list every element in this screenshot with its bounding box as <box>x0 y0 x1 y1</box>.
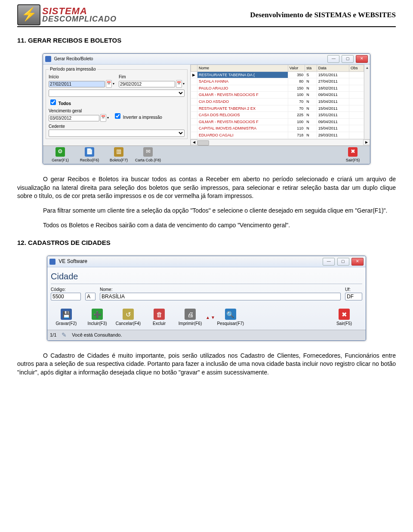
periodo-legend: Período para impressão <box>49 66 97 72</box>
boleto-button[interactable]: ▥Boleto(F7) <box>104 147 133 163</box>
sair-button[interactable]: ✖Sair(F5) <box>338 147 367 163</box>
todos-checkbox[interactable] <box>50 99 56 105</box>
inicio-label: Início <box>49 74 114 80</box>
window-title: Gerar Recibo/Boleto <box>54 56 93 61</box>
status-message: Você está Consultando. <box>72 332 122 338</box>
fim-dropdown-icon[interactable]: ▾ <box>183 81 185 86</box>
app-icon <box>49 259 55 265</box>
cancel-icon: ↺ <box>123 309 134 320</box>
toolbar: ⚙Gerar(F1) 📄Recibo(F6) ▥Boleto(F7) ✉Cart… <box>43 145 370 164</box>
cedente-select[interactable] <box>49 130 185 137</box>
nome-label: Nome: <box>100 287 341 293</box>
paragraph-3: Todos os Boletos e Recibos sairão com a … <box>17 221 396 230</box>
periodo-group: Período para impressão Início 📅 ▾ Fim <box>46 66 188 139</box>
minimize-button[interactable]: — <box>327 55 339 63</box>
close-icon: ✖ <box>348 147 358 157</box>
venc-calendar-icon[interactable]: 📅 <box>100 114 106 122</box>
excluir-button[interactable]: 🗑Excluir <box>144 307 175 327</box>
hscroll-right[interactable]: ▶ <box>363 139 370 145</box>
header-tagline: Desenvolvimento de SISTEMAS e WEBSITES <box>250 10 396 20</box>
close-icon: ✖ <box>339 309 350 320</box>
status-position: 1/1 <box>50 332 56 338</box>
titlebar: Gerar Recibo/Boleto — ▢ ✕ <box>43 54 370 65</box>
maximize-button[interactable]: ▢ <box>337 258 349 266</box>
nav-arrows[interactable]: ▲▼ <box>206 314 215 320</box>
recibos-table[interactable]: NomeValorstaDataObs ▶RESTAURANTE TABERNA… <box>191 65 364 139</box>
codigo-label: Código: <box>51 287 81 293</box>
table-row[interactable]: CAPITAL IMOVEIS ADMINISTRA110N15/04/2011 <box>191 125 364 132</box>
paragraph-2: Para filtrar somente um cliente tire a s… <box>17 207 396 215</box>
inicio-dropdown-icon[interactable]: ▾ <box>113 81 114 86</box>
vscroll-up[interactable]: ▲ <box>364 65 370 139</box>
venc-label: Vencimento geral <box>49 108 109 114</box>
pesquisar-button[interactable]: 🔍Pesquisar(F7) <box>215 307 246 327</box>
column-header[interactable]: Data <box>317 65 349 72</box>
fim-calendar-icon[interactable]: 📅 <box>176 80 182 88</box>
gravar-button[interactable]: 💾Gravar(F2) <box>51 307 82 327</box>
maximize-button[interactable]: ▢ <box>342 55 354 63</box>
column-header[interactable]: Obs <box>349 65 364 72</box>
table-row[interactable]: GILMAR - REVISTA NEGOCIOS F100N09/04/201… <box>191 92 364 99</box>
table-row[interactable]: GILMAR - REVISTA NEGOCIOS F100N09/04/201… <box>191 118 364 125</box>
logo-bolt-icon: ⚡ <box>17 4 40 25</box>
paragraph-4: O Cadastro de Cidades é muito importante… <box>17 352 396 377</box>
window-gerar-recibo: Gerar Recibo/Boleto — ▢ ✕ Período para i… <box>43 53 370 164</box>
codigo-input[interactable] <box>51 293 81 300</box>
inverter-checkbox[interactable] <box>115 113 120 119</box>
add-icon: ➕ <box>92 309 103 320</box>
inicio-calendar-icon[interactable]: 📅 <box>106 80 112 88</box>
table-row[interactable]: PAULO ARAUJO150N18/02/2011 <box>191 85 364 92</box>
uf-label: Uf: <box>345 287 362 293</box>
imprimir-button[interactable]: 🖨Imprimir(F6) <box>175 307 206 327</box>
fim-input[interactable] <box>119 81 175 87</box>
recibo-button[interactable]: 📄Recibo(F6) <box>75 147 104 163</box>
filter-panel: Período para impressão Início 📅 ▾ Fim <box>43 65 191 145</box>
form-title: Cidade <box>51 269 362 284</box>
cancelar-button[interactable]: ↺Cancelar(F4) <box>113 307 144 327</box>
table-row[interactable]: CIA DO ASSADO70N15/04/2011 <box>191 98 364 105</box>
fim-label: Fim <box>119 74 185 80</box>
uf-input[interactable] <box>345 293 362 300</box>
venc-dropdown-icon[interactable]: ▾ <box>107 115 109 120</box>
search-icon: 🔍 <box>225 309 236 320</box>
incluir-button[interactable]: ➕Incluir(F3) <box>82 307 113 327</box>
app-icon <box>45 56 51 62</box>
cedente-label: Cedente <box>49 124 185 130</box>
gerar-button[interactable]: ⚙Gerar(F1) <box>46 147 75 163</box>
table-row[interactable]: ▶RESTAURANTE TABERNA DA (350S15/01/2011 <box>191 71 364 78</box>
status-bar: 1/1 ✎ Você está Consultando. <box>47 330 366 340</box>
codigo-extra-input[interactable] <box>85 293 96 300</box>
page-header: ⚡ SISTEMA DESCOMPLICADO Desenvolvimento … <box>17 4 396 27</box>
delete-icon: 🗑 <box>154 309 165 320</box>
table-row[interactable]: SADALA HANNA80N27/04/2011 <box>191 78 364 85</box>
carta-button[interactable]: ✉Carta Cob.(F8) <box>133 147 163 163</box>
titlebar-cidade: VE Software — ▢ ✕ <box>47 256 366 267</box>
minimize-button[interactable]: — <box>323 258 335 266</box>
cliente-select[interactable] <box>49 90 185 97</box>
column-header[interactable]: sta <box>305 65 317 72</box>
hscroll-thumb[interactable] <box>197 140 209 145</box>
sair-button[interactable]: ✖Sair(F5) <box>329 307 360 327</box>
window-cidade: VE Software — ▢ ✕ Cidade Código: Nome: U… <box>47 256 366 341</box>
logo-text-top: SISTEMA <box>42 7 117 16</box>
column-header[interactable]: Nome <box>197 65 288 72</box>
venc-input[interactable] <box>49 115 99 121</box>
barcode-icon: ▥ <box>114 147 123 157</box>
gear-icon: ⚙ <box>55 147 65 157</box>
inicio-input[interactable] <box>49 81 105 87</box>
save-icon: 💾 <box>61 309 72 320</box>
column-header[interactable]: Valor <box>288 65 305 72</box>
document-icon: 📄 <box>85 147 94 157</box>
close-button[interactable]: ✕ <box>356 55 368 63</box>
section2-title: 12. CADASTROS DE CIDADES <box>17 238 396 247</box>
close-button[interactable]: ✕ <box>351 258 364 266</box>
paragraph-1: O gerar Recibos e Boletos ira buscar tod… <box>17 175 396 201</box>
nome-input[interactable] <box>100 293 341 300</box>
table-row[interactable]: CASA DOS RELOGIOS225N15/01/2011 <box>191 112 364 119</box>
logo-text-bottom: DESCOMPLICADO <box>42 15 117 23</box>
envelope-icon: ✉ <box>143 147 153 157</box>
table-row[interactable]: RESTAURANTE TABERNA 2 EX70N15/04/2011 <box>191 105 364 112</box>
logo: ⚡ SISTEMA DESCOMPLICADO <box>17 4 117 25</box>
hscroll-left[interactable]: ◀ <box>191 139 197 145</box>
table-row[interactable]: EDUARDO CAGALI718N29/03/2011 <box>191 132 364 139</box>
